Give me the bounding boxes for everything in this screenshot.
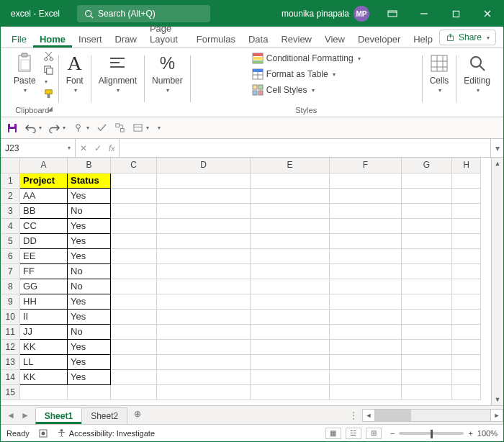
cell-H9[interactable] (452, 294, 481, 309)
scroll-right-icon[interactable]: ► (490, 409, 503, 422)
macro-record-icon[interactable] (38, 428, 48, 438)
cell-F7[interactable] (330, 263, 402, 279)
cell-C13[interactable] (111, 354, 157, 369)
cell-C7[interactable] (111, 263, 157, 279)
row-header-12[interactable]: 12 (1, 339, 20, 354)
row-header-13[interactable]: 13 (1, 354, 20, 369)
cell-C4[interactable] (111, 218, 157, 233)
cell-B15[interactable] (68, 384, 111, 400)
tab-formulas[interactable]: Formulas (190, 30, 242, 48)
tab-file[interactable]: File (5, 30, 33, 48)
cell-H2[interactable] (452, 188, 481, 203)
zoom-slider[interactable] (399, 432, 464, 435)
cell-H7[interactable] (452, 263, 481, 279)
cell-A2[interactable]: AA (20, 188, 68, 203)
cell-grid[interactable]: ABCDEFGH 1ProjectStatus2AAYes3BBNo4CCYes… (1, 158, 481, 400)
cell-B4[interactable]: Yes (68, 218, 111, 233)
editing-button[interactable]: Editing ▾ (461, 51, 493, 95)
cell-B7[interactable]: No (68, 263, 111, 279)
paste-button[interactable]: Paste ▾ (11, 51, 39, 95)
format-as-table-button[interactable]: Format as Table▾ (252, 68, 361, 80)
cell-B11[interactable]: No (68, 324, 111, 339)
cell-D15[interactable] (157, 384, 251, 400)
cell-F1[interactable] (330, 173, 402, 188)
cell-D8[interactable] (157, 279, 251, 294)
row-header-2[interactable]: 2 (1, 188, 20, 203)
cell-D10[interactable] (157, 309, 251, 324)
sheet-tab-sheet2[interactable]: Sheet2 (81, 407, 127, 424)
tab-help[interactable]: Help (407, 30, 439, 48)
tab-view[interactable]: View (318, 30, 351, 48)
row-header-15[interactable]: 15 (1, 384, 20, 400)
cell-C14[interactable] (111, 369, 157, 384)
cell-C9[interactable] (111, 294, 157, 309)
cell-C15[interactable] (111, 384, 157, 400)
enter-formula-icon[interactable]: ✓ (94, 143, 102, 153)
close-button[interactable] (472, 1, 503, 27)
cell-C1[interactable] (111, 173, 157, 188)
cell-D11[interactable] (157, 324, 251, 339)
cell-A6[interactable]: EE (20, 248, 68, 263)
cell-E8[interactable] (251, 279, 330, 294)
column-header-D[interactable]: D (157, 158, 251, 173)
alignment-button[interactable]: Alignment ▾ (96, 51, 140, 95)
cell-B9[interactable]: Yes (68, 294, 111, 309)
cell-G9[interactable] (402, 294, 452, 309)
cell-G12[interactable] (402, 339, 452, 354)
cell-C8[interactable] (111, 279, 157, 294)
name-box[interactable]: J23 ▾ (1, 139, 76, 157)
font-button[interactable]: A Font ▾ (63, 51, 86, 95)
cell-B13[interactable]: Yes (68, 354, 111, 369)
cell-E15[interactable] (251, 384, 330, 400)
cell-C3[interactable] (111, 203, 157, 218)
qat-icon-3[interactable]: ▾ (132, 122, 149, 133)
accessibility-status[interactable]: Accessibility: Investigate (57, 428, 155, 438)
cell-E5[interactable] (251, 233, 330, 248)
cell-C11[interactable] (111, 324, 157, 339)
cancel-formula-icon[interactable]: ✕ (80, 143, 87, 153)
cell-H15[interactable] (452, 384, 481, 400)
cell-A13[interactable]: LL (20, 354, 68, 369)
cell-A9[interactable]: HH (20, 294, 68, 309)
cell-G14[interactable] (402, 369, 452, 384)
cell-D1[interactable] (157, 173, 251, 188)
cut-icon[interactable] (43, 51, 54, 62)
sheet-nav-prev-icon[interactable]: ◄ (6, 410, 15, 420)
user-account[interactable]: mounika pinapala MP (282, 6, 369, 22)
cell-F12[interactable] (330, 339, 402, 354)
cell-D12[interactable] (157, 339, 251, 354)
cell-H13[interactable] (452, 354, 481, 369)
ribbon-display-options[interactable] (377, 1, 408, 27)
cell-E7[interactable] (251, 263, 330, 279)
cell-F15[interactable] (330, 384, 402, 400)
horizontal-scrollbar[interactable]: ⋮ ◄ ► (345, 406, 503, 424)
share-button[interactable]: Share ▾ (439, 30, 496, 45)
tab-insert[interactable]: Insert (72, 30, 109, 48)
cell-G8[interactable] (402, 279, 452, 294)
cell-E6[interactable] (251, 248, 330, 263)
formula-bar[interactable] (120, 139, 490, 157)
cell-B1[interactable]: Status (68, 173, 111, 188)
cell-E3[interactable] (251, 203, 330, 218)
cell-G13[interactable] (402, 354, 452, 369)
cell-B10[interactable]: Yes (68, 309, 111, 324)
cell-D14[interactable] (157, 369, 251, 384)
select-all-corner[interactable] (1, 158, 20, 173)
cell-D7[interactable] (157, 263, 251, 279)
tab-developer[interactable]: Developer (351, 30, 407, 48)
cell-G11[interactable] (402, 324, 452, 339)
cell-E4[interactable] (251, 218, 330, 233)
cell-A1[interactable]: Project (20, 173, 68, 188)
cell-F2[interactable] (330, 188, 402, 203)
zoom-level[interactable]: 100% (477, 429, 498, 438)
cell-G4[interactable] (402, 218, 452, 233)
row-header-10[interactable]: 10 (1, 309, 20, 324)
zoom-out-icon[interactable]: − (390, 429, 395, 438)
cell-H3[interactable] (452, 203, 481, 218)
save-icon[interactable] (6, 122, 18, 134)
touch-mode-icon[interactable]: ▾ (73, 122, 89, 133)
cell-H4[interactable] (452, 218, 481, 233)
cells-button[interactable]: Cells ▾ (427, 51, 452, 95)
format-painter-icon[interactable] (43, 89, 54, 99)
cell-H6[interactable] (452, 248, 481, 263)
